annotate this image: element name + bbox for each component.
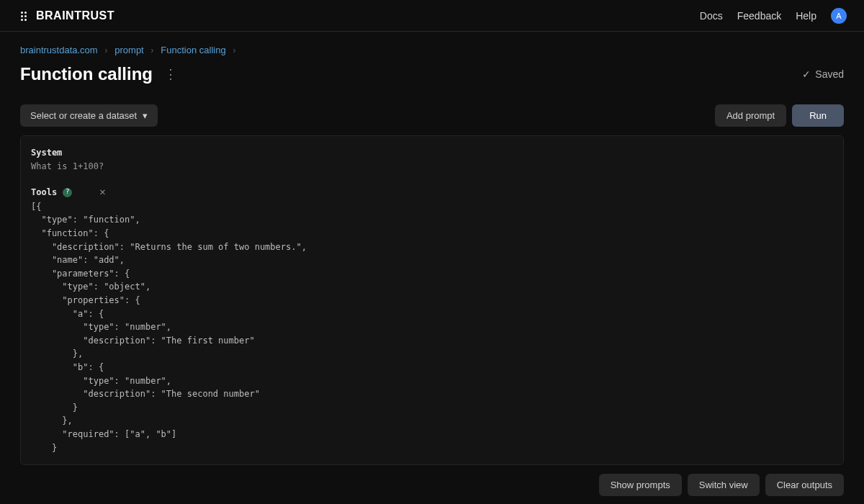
clear-outputs-button[interactable]: Clear outputs (765, 474, 844, 496)
brand-logo[interactable]: BRAINTRUST (20, 9, 114, 22)
system-label: System (31, 146, 833, 160)
switch-view-button[interactable]: Switch view (688, 474, 760, 496)
breadcrumb: braintrustdata.com › prompt › Function c… (0, 32, 864, 61)
breadcrumb-project[interactable]: prompt (114, 45, 143, 55)
nav-feedback[interactable]: Feedback (737, 10, 781, 22)
more-icon[interactable]: ⋮ (161, 65, 180, 84)
chevron-right-icon: › (104, 45, 107, 55)
nav-docs[interactable]: Docs (700, 10, 723, 22)
avatar[interactable]: A (831, 8, 847, 24)
logo-icon (20, 11, 30, 21)
close-icon[interactable]: ✕ (99, 184, 105, 200)
tools-label: Tools (31, 186, 57, 199)
run-button[interactable]: Run (792, 104, 844, 127)
chevron-down-icon: ▾ (143, 110, 148, 121)
check-icon: ✓ (802, 68, 811, 80)
add-prompt-button[interactable]: Add prompt (715, 104, 786, 127)
chevron-right-icon: › (150, 45, 153, 55)
prompt-editor: System What is 1+100? Tools ? ✕ [{ "type… (20, 135, 844, 465)
nav-help[interactable]: Help (796, 10, 816, 22)
system-text[interactable]: What is 1+100? (31, 160, 833, 174)
breadcrumb-root[interactable]: braintrustdata.com (20, 45, 98, 55)
help-icon[interactable]: ? (63, 188, 72, 197)
dataset-select[interactable]: Select or create a dataset ▾ (20, 104, 158, 127)
dataset-placeholder: Select or create a dataset (30, 110, 137, 121)
status-saved: ✓ Saved (802, 68, 844, 80)
show-prompts-button[interactable]: Show prompts (599, 474, 682, 496)
breadcrumb-page[interactable]: Function calling (161, 45, 225, 55)
chevron-right-icon: › (233, 45, 235, 55)
brand-text: BRAINTRUST (36, 9, 114, 22)
page-title: Function calling (20, 64, 153, 84)
saved-label: Saved (815, 68, 844, 80)
tools-code[interactable]: [{ "type": "function", "function": { "de… (31, 200, 833, 454)
